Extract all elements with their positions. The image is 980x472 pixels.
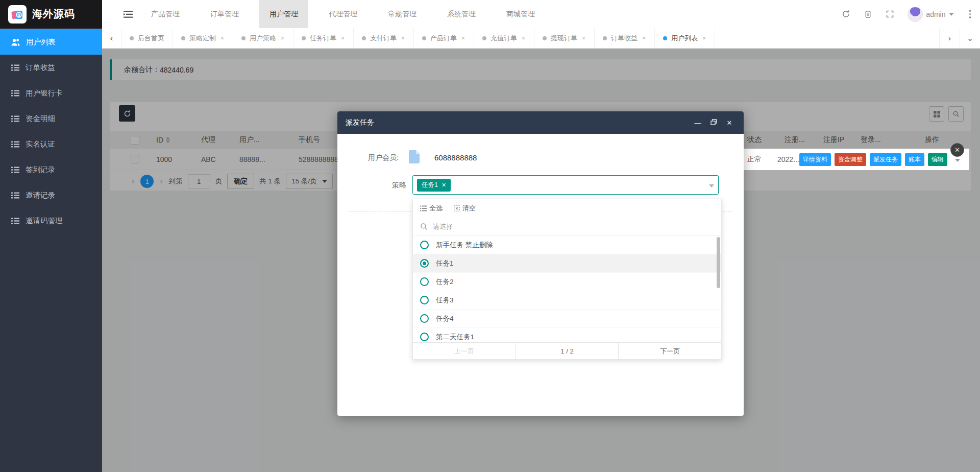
tabs-scroll-left-icon[interactable]: ‹	[102, 28, 121, 48]
tab-user-strategy[interactable]: 用户策略×	[233, 28, 293, 48]
nav-item-order[interactable]: 订单管理	[200, 0, 249, 28]
trash-icon[interactable]	[864, 10, 872, 18]
clear-button[interactable]: 清空	[454, 204, 476, 213]
tab-product-orders[interactable]: 产品订单×	[414, 28, 474, 48]
tab-dot	[181, 36, 185, 40]
ledger-button[interactable]: 账本	[905, 153, 924, 166]
option-task3[interactable]: 任务3	[413, 291, 721, 310]
top-nav: 产品管理 订单管理 用户管理 代理管理 常规管理 系统管理 商城管理	[102, 0, 980, 28]
policy-select[interactable]: 任务1 ✕	[412, 175, 719, 195]
sidebar-item-invite-code[interactable]: 邀请码管理	[0, 208, 102, 233]
option-task1[interactable]: 任务1	[413, 254, 721, 273]
close-icon[interactable]: ×	[220, 35, 225, 42]
tab-dot	[362, 36, 366, 40]
close-icon[interactable]: ×	[280, 35, 285, 42]
edit-button[interactable]: 编辑	[928, 153, 947, 166]
fund-adjust-button[interactable]: 资金调整	[835, 153, 866, 166]
brand-logo-icon: $	[8, 5, 27, 23]
sidebar: 用户列表 订单收益 用户银行卡 资金明细 实名认证 签到记录 邀请记录 邀请码	[0, 28, 102, 472]
row-actions-popup: 正常 2022... 详情资料 资金调整 派发任务 账本 编辑	[744, 149, 969, 170]
dispatch-task-modal: 派发任务 — ✕ 用户会员: 6088888888 策略 任务1	[337, 111, 744, 416]
sidebar-item-checkin-records[interactable]: 签到记录	[0, 157, 102, 182]
brand-name: 海外源码	[32, 7, 75, 21]
tabs-menu-icon[interactable]: ⌄	[960, 28, 980, 49]
tab-withdraw-orders[interactable]: 提现订单×	[534, 28, 595, 48]
maximize-icon[interactable]	[709, 119, 718, 127]
tab-dot	[241, 36, 246, 40]
option-task4[interactable]: 任务4	[413, 310, 721, 328]
tab-dot	[663, 36, 667, 40]
option-task2[interactable]: 任务2	[413, 273, 721, 291]
list-icon	[11, 115, 19, 122]
close-icon[interactable]: ×	[642, 35, 646, 42]
radio-icon	[420, 333, 429, 341]
option-day2-task1[interactable]: 第二天任务1	[413, 328, 721, 342]
list-icon	[11, 218, 19, 224]
close-icon[interactable]: ×	[401, 35, 405, 42]
nav-item-mall[interactable]: 商城管理	[496, 0, 545, 28]
list-icon	[11, 141, 19, 148]
pager-info: 1 / 2	[516, 343, 619, 360]
sidebar-item-realname-auth[interactable]: 实名认证	[0, 131, 102, 157]
avatar[interactable]	[908, 7, 923, 22]
sidebar-item-user-bankcard[interactable]: 用户银行卡	[0, 80, 102, 106]
chevron-down-icon	[709, 180, 714, 190]
popup-close-icon[interactable]: ✕	[950, 143, 964, 157]
more-options-icon[interactable]	[967, 8, 973, 20]
dropdown-search-input[interactable]	[433, 223, 714, 230]
list-icon	[11, 90, 19, 97]
nav-item-user[interactable]: 用户管理	[259, 0, 308, 28]
close-icon[interactable]: ×	[340, 35, 345, 42]
sidebar-item-user-list[interactable]: 用户列表	[0, 29, 102, 55]
user-menu[interactable]: admin	[908, 7, 953, 22]
nav-item-product[interactable]: 产品管理	[141, 0, 190, 28]
pager-prev-button[interactable]: 上一页	[413, 343, 516, 360]
tag-remove-icon[interactable]: ✕	[442, 182, 446, 188]
tab-user-list[interactable]: 用户列表×	[655, 28, 715, 48]
detail-button[interactable]: 详情资料	[799, 153, 831, 166]
close-icon[interactable]: ×	[461, 35, 465, 42]
modal-title: 派发任务	[346, 118, 374, 127]
nav-item-agent[interactable]: 代理管理	[318, 0, 368, 28]
minimize-icon[interactable]: —	[694, 119, 702, 127]
sidebar-item-invite-records[interactable]: 邀请记录	[0, 182, 102, 208]
close-icon[interactable]: ×	[581, 35, 586, 42]
tabs-scroll-right-icon[interactable]: ›	[939, 28, 960, 49]
fullscreen-icon[interactable]	[886, 10, 894, 18]
dropdown-toolbar: 全选 清空	[413, 199, 721, 218]
sidebar-collapse-icon[interactable]	[120, 0, 136, 28]
close-icon[interactable]: ×	[702, 35, 706, 42]
pager-next-button[interactable]: 下一页	[619, 343, 721, 360]
scrollbar-thumb[interactable]	[717, 237, 720, 288]
tab-strategy-custom[interactable]: 策略定制×	[173, 28, 233, 48]
radio-checked-icon	[420, 259, 429, 268]
nav-item-general[interactable]: 常规管理	[378, 0, 427, 28]
tab-recharge-orders[interactable]: 充值订单×	[474, 28, 534, 48]
refresh-icon[interactable]	[842, 10, 850, 18]
sidebar-item-fund-detail[interactable]: 资金明细	[0, 106, 102, 131]
username: admin	[926, 10, 945, 18]
close-icon[interactable]: ✕	[725, 119, 733, 127]
tab-task-orders[interactable]: 任务订单×	[293, 28, 354, 48]
tab-dot	[422, 36, 426, 40]
dropdown-pager: 上一页 1 / 2 下一页	[413, 342, 721, 360]
list-icon	[11, 167, 19, 173]
file-icon	[409, 150, 420, 166]
page-tabbar: ‹ 后台首页 策略定制× 用户策略× 任务订单× 支付订单× 产品订单× 充值订…	[102, 28, 980, 49]
close-icon[interactable]: ×	[521, 35, 526, 42]
sidebar-item-order-income[interactable]: 订单收益	[0, 55, 102, 80]
top-header: $ 海外源码 产品管理 订单管理 用户管理 代理管理 常规管理 系统管理 商城管…	[0, 0, 980, 28]
select-all-button[interactable]: 全选	[420, 204, 443, 213]
tab-order-income[interactable]: 订单收益×	[595, 28, 655, 48]
tab-dot	[603, 36, 607, 40]
radio-icon	[420, 296, 429, 304]
tab-home[interactable]: 后台首页	[121, 28, 173, 48]
search-icon	[420, 223, 428, 230]
dispatch-task-button[interactable]: 派发任务	[870, 153, 901, 166]
tab-pay-orders[interactable]: 支付订单×	[354, 28, 414, 48]
member-value: 6088888888	[434, 153, 477, 162]
option-newbie-task[interactable]: 新手任务 禁止删除	[413, 236, 721, 254]
radio-icon	[420, 241, 429, 249]
tab-dot	[543, 36, 547, 40]
nav-item-system[interactable]: 系统管理	[437, 0, 486, 28]
